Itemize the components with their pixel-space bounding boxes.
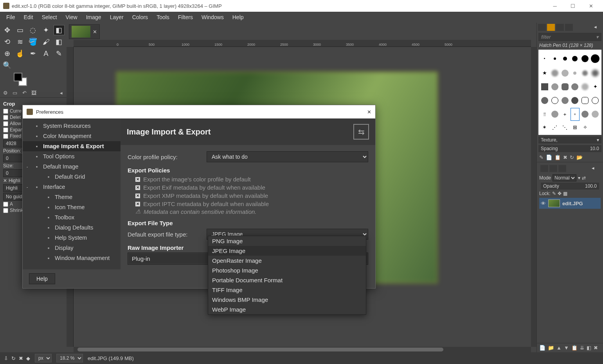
tool-warp[interactable]: ≋ xyxy=(14,37,25,47)
dropdown-option[interactable]: TIFF Image xyxy=(208,285,366,295)
color-profile-select[interactable]: Ask what to do xyxy=(207,151,368,162)
tool-eraser[interactable]: ◧ xyxy=(54,37,65,47)
chk-exif[interactable]: ✕ xyxy=(135,185,140,190)
menu-help[interactable]: Help xyxy=(229,13,248,22)
tab-channels[interactable] xyxy=(549,165,557,172)
prefs-nav-item[interactable]: ▪System Resources xyxy=(23,121,121,131)
new-layer-icon[interactable]: 📄 xyxy=(539,345,545,351)
open-brush-icon[interactable]: 📂 xyxy=(576,154,583,160)
chk-xmp[interactable]: ✕ xyxy=(135,194,140,198)
prefs-nav-item[interactable]: ▪Toolbox xyxy=(23,212,121,222)
duplicate-brush-icon[interactable]: 📋 xyxy=(554,154,561,160)
opt-allow[interactable] xyxy=(3,121,8,126)
dropdown-option[interactable]: Portable Document Format xyxy=(208,275,366,285)
layer-item[interactable]: 👁 edit.JPG xyxy=(539,198,601,209)
prefs-nav-item[interactable]: ▪Window Management xyxy=(23,253,121,263)
tool-crop[interactable]: ◧ xyxy=(54,25,65,35)
merge-layer-icon[interactable]: ⇊ xyxy=(580,345,584,351)
dropdown-option[interactable]: OpenRaster Image xyxy=(208,256,366,265)
delete-layer-icon[interactable]: ✖ xyxy=(594,345,598,351)
texture-select[interactable]: Texture,▾ xyxy=(538,136,601,143)
lock-pixels-icon[interactable]: ✎ xyxy=(552,191,556,196)
close-button[interactable]: ✕ xyxy=(582,0,600,12)
tab-history[interactable] xyxy=(565,24,573,31)
prefs-nav-item[interactable]: ▪Icon Theme xyxy=(23,202,121,212)
unit-select[interactable]: px xyxy=(35,354,52,362)
foreground-color[interactable] xyxy=(14,73,22,81)
tool-zoom[interactable]: 🔍 xyxy=(2,60,13,70)
new-group-icon[interactable]: 📁 xyxy=(548,345,554,351)
image-tab[interactable]: ✕ xyxy=(69,24,100,39)
scrollbar-vertical[interactable] xyxy=(531,47,536,347)
prefs-close-button[interactable]: ✕ xyxy=(367,109,371,115)
tab-brushes[interactable] xyxy=(538,24,546,31)
opt-delete[interactable] xyxy=(3,115,8,120)
tool-text[interactable]: A xyxy=(41,48,52,59)
mask-layer-icon[interactable]: ◧ xyxy=(587,345,591,351)
dock-tab-device[interactable]: ▭ xyxy=(11,90,19,96)
dropdown-option[interactable]: Windows BMP Image xyxy=(208,295,366,305)
prefs-nav-item[interactable]: ▪Color Management xyxy=(23,131,121,141)
tab-layers[interactable] xyxy=(540,165,548,172)
help-button[interactable]: Help xyxy=(29,273,55,284)
tab-patterns[interactable] xyxy=(547,24,555,31)
tool-bucket[interactable]: 🪣 xyxy=(27,37,38,47)
minimize-button[interactable]: ─ xyxy=(546,0,564,12)
dock-tab-options[interactable]: ⚙ xyxy=(2,90,9,96)
status-icon-3[interactable]: ✖ xyxy=(19,355,23,361)
lower-layer-icon[interactable]: ▼ xyxy=(564,345,569,351)
menu-layer[interactable]: Layer xyxy=(106,13,128,22)
dock-tab-undo[interactable]: ↶ xyxy=(20,90,28,96)
duplicate-layer-icon[interactable]: 📋 xyxy=(571,345,578,351)
menu-filters[interactable]: Filters xyxy=(174,13,197,22)
opt-shrink[interactable] xyxy=(3,208,8,213)
opt-current[interactable] xyxy=(3,109,8,114)
menu-tools[interactable]: Tools xyxy=(153,13,173,22)
maximize-button[interactable]: ☐ xyxy=(564,0,582,12)
new-brush-icon[interactable]: 📄 xyxy=(546,154,552,160)
opacity-slider[interactable]: Opacity100.0 xyxy=(541,183,599,190)
layer-name[interactable]: edit.JPG xyxy=(562,201,583,206)
prefs-nav-item[interactable]: ▪Tool Options xyxy=(23,151,121,161)
prefs-nav-item[interactable]: ▪Help System xyxy=(23,233,121,243)
layer-mode-select[interactable]: Normal xyxy=(553,174,576,181)
tool-clone[interactable]: ⊕ xyxy=(2,48,13,59)
delete-brush-icon[interactable]: ✖ xyxy=(563,154,567,160)
dropdown-option[interactable]: Photoshop Image xyxy=(208,265,366,275)
tool-paintbrush[interactable]: 🖌 xyxy=(41,37,52,47)
tool-color-picker[interactable]: ✎ xyxy=(54,48,65,59)
dock-tab-menu[interactable]: ◂ xyxy=(57,90,65,96)
opt-expand[interactable] xyxy=(3,127,8,133)
dropdown-option[interactable]: WebP Image xyxy=(208,305,366,314)
zoom-select[interactable]: 18.2 % xyxy=(56,354,83,362)
size-value[interactable]: 0 xyxy=(3,169,23,177)
tab-menu-icon[interactable]: ◂ xyxy=(594,24,602,31)
menu-windows[interactable]: Windows xyxy=(198,13,228,22)
position-value[interactable]: 0 xyxy=(3,154,23,162)
refresh-brush-icon[interactable]: ↻ xyxy=(570,154,574,160)
status-icon-4[interactable]: ◆ xyxy=(26,355,30,361)
lock-alpha-icon[interactable]: ▦ xyxy=(563,191,567,196)
dropdown-option[interactable]: JPEG Image xyxy=(208,246,366,256)
tool-smudge[interactable]: ☝ xyxy=(14,48,25,59)
visibility-icon[interactable]: 👁 xyxy=(541,201,546,206)
dropdown-option[interactable]: PNG Image xyxy=(208,236,366,246)
menu-select[interactable]: Select xyxy=(38,13,61,22)
prefs-nav-item[interactable]: ▪Display xyxy=(23,243,121,253)
layers-tab-menu[interactable]: ◂ xyxy=(592,165,599,172)
tool-free-select[interactable]: ◌ xyxy=(27,25,38,35)
tool-fuzzy-select[interactable]: ✦ xyxy=(41,25,52,35)
fg-bg-colors[interactable] xyxy=(0,73,67,88)
spacing-input[interactable]: Spacing10.0 xyxy=(538,145,601,152)
tool-paths[interactable]: ✒ xyxy=(27,48,38,59)
menu-edit[interactable]: Edit xyxy=(20,13,37,22)
prefs-nav-item[interactable]: ▪Theme xyxy=(23,192,121,202)
dock-tab-images[interactable]: 🖼 xyxy=(30,90,38,96)
lock-position-icon[interactable]: ✥ xyxy=(558,191,562,196)
brush-grid[interactable]: ★ ✦ ▒+≡ ✶⋰⋱⊞✧ xyxy=(538,50,601,135)
prefs-nav[interactable]: ▪System Resources▪Color Management▪Image… xyxy=(23,118,121,269)
tab-fonts[interactable] xyxy=(556,24,564,31)
opt-auto[interactable] xyxy=(3,202,8,207)
tab-close-icon[interactable]: ✕ xyxy=(93,29,97,35)
brush-filter[interactable]: filter ▾ xyxy=(538,33,601,41)
